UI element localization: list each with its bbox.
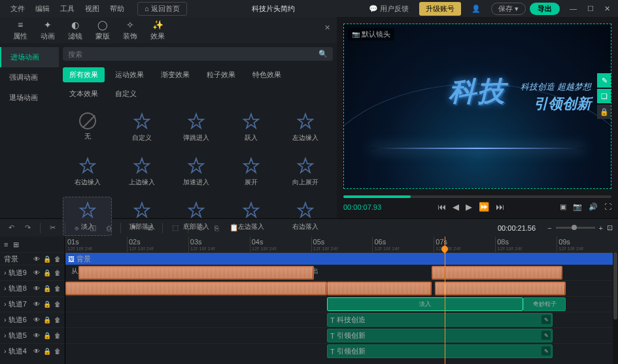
cut-button[interactable]: ✂ [46, 222, 59, 234]
lock-icon[interactable]: 🔒 [43, 256, 51, 263]
zoom-out-button[interactable]: − [547, 224, 551, 232]
visibility-icon[interactable]: 👁 [33, 285, 40, 292]
search-input[interactable] [68, 50, 318, 58]
search-icon[interactable]: 🔍 [318, 50, 328, 58]
text-clip-tech[interactable]: T科技创造✎ [327, 313, 553, 327]
sidebar-exit-animation[interactable]: 退场动画 [0, 88, 59, 108]
tool-edit[interactable]: ✎ [597, 73, 611, 88]
save-button[interactable]: 保存 ▾ [491, 3, 526, 15]
filter-special[interactable]: 特色效果 [246, 67, 288, 82]
filter-motion[interactable]: 运动效果 [109, 67, 150, 82]
delete-icon[interactable]: 🗑 [54, 348, 61, 355]
feedback-button[interactable]: 💬用户反馈 [362, 2, 415, 16]
sidebar-emphasis-animation[interactable]: 强调动画 [0, 67, 59, 88]
next-frame-button[interactable]: ⏭ [496, 202, 504, 212]
upgrade-button[interactable]: 升级账号 [419, 2, 461, 16]
close-button[interactable]: ✕ [602, 3, 613, 14]
trim-button[interactable]: ⎙ [103, 222, 114, 234]
delete-icon[interactable]: 🗑 [54, 316, 61, 323]
bg-clip[interactable]: 🖼 背景 [65, 253, 618, 265]
redo-button[interactable]: ↷ [22, 222, 34, 234]
delete-icon[interactable]: 🗑 [54, 332, 61, 339]
track-7-label[interactable]: › 轨道7👁🔒🗑 [0, 296, 65, 312]
effect-展开[interactable]: 展开 [226, 152, 275, 191]
copy-button[interactable]: ⎘ [211, 222, 222, 234]
visibility-icon[interactable]: 👁 [33, 316, 40, 323]
track-9-label[interactable]: › 轨道9👁🔒🗑 [0, 265, 65, 280]
text-clip-lead[interactable]: T引领创新✎ [327, 329, 553, 342]
edit-icon[interactable]: ✎ [541, 315, 551, 324]
text-clip-lead2[interactable]: T引领创新✎ [327, 344, 553, 358]
delete-icon[interactable]: 🗑 [54, 301, 61, 308]
tab-effect[interactable]: ✨效果 [144, 17, 171, 44]
lock-icon[interactable]: 🔒 [43, 285, 51, 292]
crop-icon[interactable]: ▣ [560, 203, 566, 211]
effect-上边缘入[interactable]: 上边缘入 [117, 152, 166, 191]
group-button[interactable]: ⬚ [169, 222, 182, 234]
effect-弹跳进入[interactable]: 弹跳进入 [172, 108, 221, 147]
track-5-label[interactable]: › 轨道5👁🔒🗑 [0, 327, 65, 343]
audio-clip[interactable] [327, 282, 432, 295]
lock-icon[interactable]: 🔒 [43, 301, 51, 308]
tab-decorate[interactable]: ✧装饰 [116, 17, 144, 44]
track-5[interactable]: T引领创新✎ [65, 327, 618, 343]
maximize-button[interactable]: ☐ [585, 3, 596, 14]
playhead[interactable] [445, 237, 445, 364]
track-bg[interactable]: 🖼 背景 [65, 252, 618, 265]
minimize-button[interactable]: — [567, 3, 579, 14]
crop-tool-button[interactable]: ◫ [86, 222, 99, 234]
track-8[interactable] [65, 280, 618, 296]
visibility-icon[interactable]: 👁 [33, 256, 40, 263]
delete-icon[interactable]: 🗑 [54, 269, 61, 276]
visibility-icon[interactable]: 👁 [33, 348, 40, 355]
filter-gradient[interactable]: 渐变效果 [154, 67, 196, 82]
timeline-scrollbar[interactable] [613, 252, 618, 364]
track-bg-label[interactable]: 背景👁🔒🗑 [0, 252, 65, 265]
track-8-label[interactable]: › 轨道8👁🔒🗑 [0, 280, 65, 296]
visibility-icon[interactable]: 👁 [33, 301, 40, 308]
filter-particle[interactable]: 粒子效果 [200, 67, 242, 82]
effect-右边落入[interactable]: 右边落入 [281, 197, 330, 236]
menu-file[interactable]: 文件 [5, 4, 30, 14]
audio-clip[interactable] [78, 266, 314, 280]
tab-mask[interactable]: ◯蒙版 [89, 17, 116, 44]
play-button[interactable]: ▶ [466, 202, 472, 212]
snapshot-icon[interactable]: 📷 [573, 203, 582, 211]
user-icon[interactable]: 👤 [465, 3, 487, 15]
filter-custom[interactable]: 自定义 [109, 86, 143, 101]
effect-自定义[interactable]: 自定义 [117, 108, 166, 147]
visibility-icon[interactable]: 👁 [33, 332, 40, 339]
timeline-ruler[interactable]: 01s12f 18f 24f02s12f 18f 24f03s12f 18f 2… [65, 237, 618, 252]
undo-button[interactable]: ↶ [5, 222, 18, 234]
volume-icon[interactable]: 🔊 [589, 203, 598, 211]
lock-button[interactable]: ⬡ [194, 222, 207, 234]
preview-progress[interactable] [343, 195, 611, 198]
menu-tool[interactable]: 工具 [55, 4, 80, 14]
zoom-slider[interactable] [556, 227, 595, 229]
paste-button[interactable]: 📋 [226, 222, 242, 234]
zoom-fit-button[interactable]: ⊡ [607, 223, 613, 232]
lock-icon[interactable]: 🔒 [43, 332, 51, 339]
track-4-label[interactable]: › 轨道4👁🔒🗑 [0, 343, 65, 359]
preview-canvas[interactable]: 📷 默认镜头 科技 科技创造 超越梦想 引领创新 ✎ ❏ 🔒 [343, 24, 611, 189]
sidebar-enter-animation[interactable]: 进场动画 [0, 47, 59, 67]
step-back-button[interactable]: ◀ [453, 202, 459, 212]
align-button[interactable]: ⊞ [144, 222, 156, 234]
tool-lock[interactable]: 🔒 [597, 105, 611, 119]
split-button[interactable]: ⎆ [71, 222, 82, 234]
export-button[interactable]: 导出 [530, 3, 560, 15]
zoom-in-button[interactable]: + [599, 224, 603, 232]
effect-无[interactable]: 无 [63, 108, 112, 147]
track-6[interactable]: T科技创造✎ [65, 312, 618, 327]
fade-clip[interactable]: 淡入 [327, 297, 523, 311]
tool-layer[interactable]: ❏ [597, 89, 611, 103]
tab-filter[interactable]: ◐滤镜 [61, 17, 89, 44]
step-forward-button[interactable]: ⏩ [479, 202, 489, 212]
filter-all[interactable]: 所有效果 [63, 67, 105, 82]
edit-icon[interactable]: ✎ [541, 331, 551, 340]
effect-右边缘入[interactable]: 右边缘入 [63, 152, 112, 191]
menu-help[interactable]: 帮助 [105, 4, 129, 14]
close-panel-button[interactable]: ✕ [324, 24, 330, 32]
delete-icon[interactable]: 🗑 [54, 256, 61, 263]
audio-clip[interactable] [435, 282, 566, 295]
